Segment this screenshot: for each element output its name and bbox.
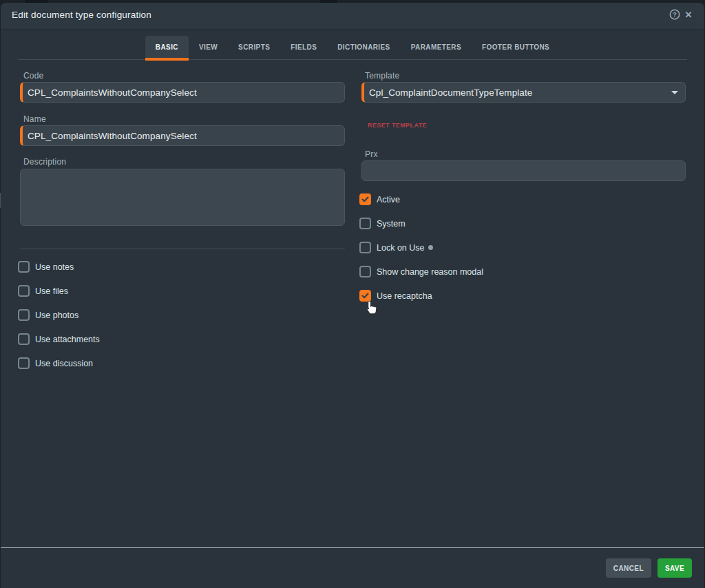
use-attachments-checkbox-icon xyxy=(18,333,30,345)
tab-fields[interactable]: FIELDS xyxy=(280,36,327,61)
tab-basic[interactable]: BASIC xyxy=(145,36,189,61)
dialog-titlebar: Edit document type configuration ? ✕ xyxy=(1,3,704,29)
checkbox-use-discussion[interactable]: Use discussion xyxy=(18,357,345,369)
checkbox-show-change-reason-modal[interactable]: Show change reason modal xyxy=(359,266,686,277)
use-photos-label: Use photos xyxy=(35,311,78,320)
help-icon[interactable]: ? xyxy=(668,7,682,22)
lock-on-use-checkbox-icon xyxy=(359,242,371,253)
svg-text:?: ? xyxy=(673,10,677,18)
use-photos-checkbox-icon xyxy=(18,309,30,321)
edit-document-type-dialog: Edit document type configuration ? ✕ BAS… xyxy=(1,3,704,588)
code-label: Code xyxy=(23,72,345,80)
right-column: Template RESET TEMPLATE Prx Active Syste… xyxy=(361,72,686,369)
use-notes-checkbox-icon xyxy=(18,261,30,273)
active-checkbox-icon xyxy=(359,193,371,205)
use-attachments-label: Use attachments xyxy=(35,335,100,344)
dialog-footer: CANCEL SAVE xyxy=(1,547,704,588)
prx-label: Prx xyxy=(365,150,686,158)
close-icon[interactable]: ✕ xyxy=(682,7,695,22)
left-column: Code Name Description Use notes Use file… xyxy=(20,72,345,369)
code-input[interactable] xyxy=(20,82,345,103)
checkbox-active[interactable]: Active xyxy=(359,193,686,205)
use-discussion-checkbox-icon xyxy=(18,357,30,369)
tab-footer-buttons[interactable]: FOOTER BUTTONS xyxy=(472,36,560,61)
name-label: Name xyxy=(23,115,345,123)
prx-input[interactable] xyxy=(361,160,686,181)
tab-view[interactable]: VIEW xyxy=(189,36,228,61)
checkbox-lock-on-use[interactable]: Lock on Use xyxy=(359,242,686,253)
checkbox-use-attachments[interactable]: Use attachments xyxy=(18,333,345,345)
tabs-bar: BASIC VIEW SCRIPTS FIELDS DICTIONARIES P… xyxy=(1,29,704,61)
template-select[interactable] xyxy=(361,82,686,103)
lock-on-use-info-dot-icon xyxy=(428,245,433,250)
show-change-reason-checkbox-icon xyxy=(359,266,371,277)
lock-on-use-label: Lock on Use xyxy=(377,243,424,253)
active-label: Active xyxy=(377,195,400,204)
checkbox-use-photos[interactable]: Use photos xyxy=(18,309,345,321)
use-discussion-label: Use discussion xyxy=(35,359,93,368)
use-recaptcha-label: Use recaptcha xyxy=(377,291,432,301)
tab-parameters[interactable]: PARAMETERS xyxy=(401,36,472,61)
system-checkbox-icon xyxy=(359,218,371,229)
dialog-body: Code Name Description Use notes Use file… xyxy=(1,61,704,547)
save-button[interactable]: SAVE xyxy=(657,558,692,578)
use-recaptcha-checkbox-icon xyxy=(359,290,371,302)
left-divider xyxy=(20,249,345,249)
checkbox-use-notes[interactable]: Use notes xyxy=(18,261,345,273)
cancel-button[interactable]: CANCEL xyxy=(606,558,651,578)
dialog-title: Edit document type configuration xyxy=(12,10,151,20)
reset-template-button[interactable]: RESET TEMPLATE xyxy=(368,122,427,129)
checkbox-system[interactable]: System xyxy=(359,218,686,229)
template-label: Template xyxy=(365,72,686,80)
tab-dictionaries[interactable]: DICTIONARIES xyxy=(327,36,400,61)
system-label: System xyxy=(377,219,406,229)
show-change-reason-label: Show change reason modal xyxy=(377,267,483,277)
template-select-wrap xyxy=(361,82,686,103)
tab-scripts[interactable]: SCRIPTS xyxy=(228,36,280,61)
checkbox-use-recaptcha[interactable]: Use recaptcha xyxy=(359,290,686,302)
use-files-checkbox-icon xyxy=(18,285,30,297)
use-files-label: Use files xyxy=(35,286,68,296)
use-notes-label: Use notes xyxy=(35,262,74,272)
name-input[interactable] xyxy=(20,125,345,146)
description-label: Description xyxy=(23,158,345,166)
checkbox-use-files[interactable]: Use files xyxy=(18,285,345,297)
description-textarea[interactable] xyxy=(20,169,345,226)
